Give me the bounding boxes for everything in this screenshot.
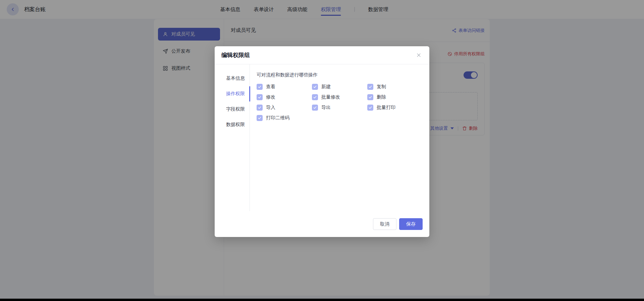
check-icon xyxy=(368,85,372,89)
permission-item-import: 导入 xyxy=(257,105,312,111)
modal-tab-basic-info[interactable]: 基本信息 xyxy=(215,71,250,86)
check-icon xyxy=(258,116,262,120)
permission-label: 批量修改 xyxy=(321,94,340,100)
modal-footer: 取消 保存 xyxy=(215,211,429,237)
permission-item-batch-print: 批量打印 xyxy=(367,105,423,111)
permission-item-edit: 修改 xyxy=(257,94,312,100)
permissions-grid: 查看 新建 复制 修改 批量修改 xyxy=(257,84,423,121)
cancel-button[interactable]: 取消 xyxy=(373,218,396,230)
check-icon xyxy=(258,106,262,110)
checkbox-create[interactable] xyxy=(312,84,318,90)
permission-item-copy: 复制 xyxy=(367,84,423,90)
save-button[interactable]: 保存 xyxy=(399,218,423,230)
permission-item-create: 新建 xyxy=(312,84,367,90)
permission-label: 导出 xyxy=(321,105,331,111)
permissions-section-label: 可对流程和数据进行哪些操作 xyxy=(257,72,423,78)
permission-label: 新建 xyxy=(321,84,331,90)
checkbox-batch-print[interactable] xyxy=(367,105,373,111)
check-icon xyxy=(368,106,372,110)
permission-label: 查看 xyxy=(266,84,275,90)
checkbox-view[interactable] xyxy=(257,84,263,90)
modal-title: 编辑权限组 xyxy=(221,51,250,59)
permission-label: 导入 xyxy=(266,105,275,111)
modal-tab-field-permissions[interactable]: 字段权限 xyxy=(215,102,250,117)
modal-tab-data-permissions[interactable]: 数据权限 xyxy=(215,117,250,132)
modal-header: 编辑权限组 xyxy=(215,46,429,64)
checkbox-import[interactable] xyxy=(257,105,263,111)
modal-content: 可对流程和数据进行哪些操作 查看 新建 复制 修改 xyxy=(250,64,429,211)
check-icon xyxy=(258,95,262,99)
check-icon xyxy=(368,95,372,99)
permission-item-view: 查看 xyxy=(257,84,312,90)
checkbox-batch-edit[interactable] xyxy=(312,94,318,100)
close-icon xyxy=(416,53,421,58)
permission-label: 修改 xyxy=(266,94,275,100)
permission-label: 批量打印 xyxy=(377,105,395,111)
checkbox-delete[interactable] xyxy=(367,94,373,100)
permission-label: 复制 xyxy=(377,84,386,90)
modal-tab-operation-permissions[interactable]: 操作权限 xyxy=(215,86,250,102)
check-icon xyxy=(313,106,317,110)
modal-body: 基本信息 操作权限 字段权限 数据权限 可对流程和数据进行哪些操作 查看 新建 … xyxy=(215,64,429,211)
checkbox-export[interactable] xyxy=(312,105,318,111)
check-icon xyxy=(313,95,317,99)
checkbox-edit[interactable] xyxy=(257,94,263,100)
permission-label: 打印二维码 xyxy=(266,115,289,121)
check-icon xyxy=(258,85,262,89)
modal-tab-list: 基本信息 操作权限 字段权限 数据权限 xyxy=(215,64,250,211)
permission-item-delete: 删除 xyxy=(367,94,423,100)
checkbox-copy[interactable] xyxy=(367,84,373,90)
permission-item-batch-edit: 批量修改 xyxy=(312,94,367,100)
permission-label: 删除 xyxy=(377,94,386,100)
bottom-edge-bar xyxy=(0,299,644,301)
checkbox-print-qrcode[interactable] xyxy=(257,115,263,121)
permission-item-export: 导出 xyxy=(312,105,367,111)
edit-permission-group-modal: 编辑权限组 基本信息 操作权限 字段权限 数据权限 可对流程和数据进行哪些操作 … xyxy=(215,46,429,237)
check-icon xyxy=(313,85,317,89)
close-button[interactable] xyxy=(416,53,421,58)
permission-item-print-qrcode: 打印二维码 xyxy=(257,115,312,121)
